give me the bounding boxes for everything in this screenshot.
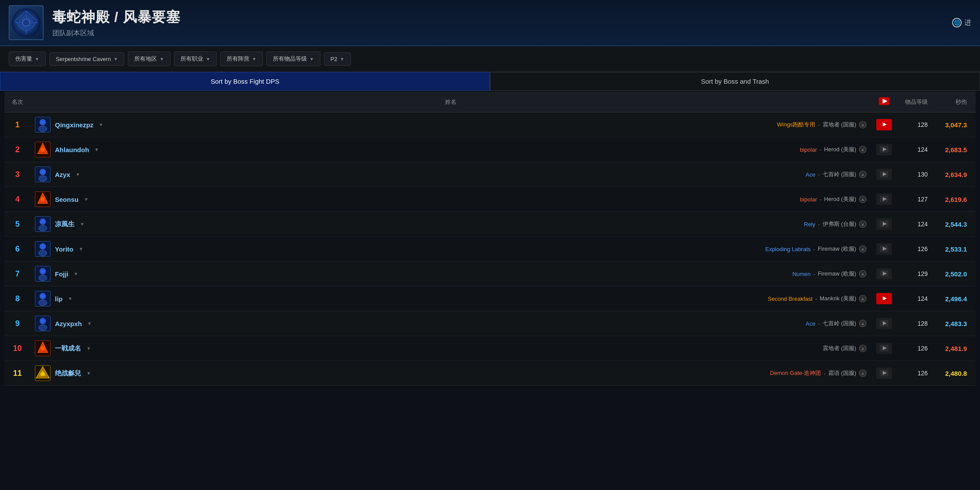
name-cell: Ahlaundoh▼bipolar - Herod (美服) ⚔ xyxy=(31,137,871,162)
table-row: 3 Azyx▼Ace - 七首岭 (国服) ⚔ 1302,634.9 xyxy=(4,162,976,187)
combat-log-icon[interactable]: ⚔ xyxy=(859,344,867,352)
player-name[interactable]: Azyxpxh xyxy=(55,320,82,327)
guild-info: Rely - 伊弗斯 (台服) ⚔ xyxy=(804,220,867,228)
svg-text:⚔: ⚔ xyxy=(861,247,864,252)
chevron-down-icon: ▼ xyxy=(206,57,210,61)
svg-text:⚔: ⚔ xyxy=(861,222,864,227)
dropdown-arrow-icon[interactable]: ▼ xyxy=(68,296,73,301)
svg-text:⚔: ⚔ xyxy=(861,297,864,301)
player-name[interactable]: Yorito xyxy=(55,245,73,253)
guild-name[interactable]: Rely xyxy=(804,221,815,228)
youtube-icon xyxy=(876,368,892,379)
guild-info: Wings跑酷专用 - 震地者 (国服) ⚔ xyxy=(777,121,867,129)
player-name[interactable]: 绝战龢兒 xyxy=(55,369,81,378)
filter-region[interactable]: 所有地区 ▼ xyxy=(128,51,170,66)
dropdown-arrow-icon[interactable]: ▼ xyxy=(75,172,80,177)
dps-cell: 2,483.3 xyxy=(932,311,976,336)
dropdown-arrow-icon[interactable]: ▼ xyxy=(87,321,92,326)
table-row: 2 Ahlaundoh▼bipolar - Herod (美服) ⚔ 1242,… xyxy=(4,137,976,162)
guild-name[interactable]: Numen xyxy=(793,271,811,277)
youtube-cell xyxy=(871,162,897,187)
player-name[interactable]: Qingxinezpz xyxy=(55,121,93,129)
dropdown-arrow-icon[interactable]: ▼ xyxy=(99,122,103,127)
filter-zone[interactable]: Serpentshrine Cavern ▼ xyxy=(49,52,124,66)
dropdown-arrow-icon[interactable]: ▼ xyxy=(84,197,88,202)
filter-damage[interactable]: 伤害量 ▼ xyxy=(9,51,46,66)
table-row: 8 lip▼Second Breakfast - Mankrik (美服) ⚔ … xyxy=(4,286,976,311)
player-name[interactable]: 一戦成名 xyxy=(55,344,81,353)
guild-name[interactable]: Ace xyxy=(806,171,815,178)
combat-log-icon[interactable]: ⚔ xyxy=(859,121,867,129)
realm-info: Firemaw (欧服) xyxy=(818,270,856,278)
youtube-icon xyxy=(876,194,892,205)
youtube-icon[interactable] xyxy=(876,293,892,304)
filter-phase[interactable]: P2 ▼ xyxy=(324,52,351,66)
combat-log-icon[interactable]: ⚔ xyxy=(859,146,867,153)
combat-log-icon[interactable]: ⚔ xyxy=(859,195,867,203)
realm-info: 震地者 (国服) xyxy=(823,344,856,352)
enter-button[interactable]: 🌐 进 xyxy=(952,18,971,27)
rank-cell: 4 xyxy=(4,187,31,212)
guild-name[interactable]: Second Breakfast xyxy=(768,296,813,302)
name-cell: Yorito▼Exploding Labrats - Firemaw (欧服) … xyxy=(31,237,871,262)
combat-log-icon[interactable]: ⚔ xyxy=(859,295,867,303)
guild-name[interactable]: Demon Gate-造神团 xyxy=(770,369,821,377)
combat-log-icon[interactable]: ⚔ xyxy=(859,270,867,278)
svg-point-44 xyxy=(39,225,47,231)
guild-name[interactable]: bipolar xyxy=(800,196,817,203)
youtube-icon xyxy=(876,144,892,155)
tab-boss-trash[interactable]: Sort by Boss and Trash xyxy=(490,72,980,91)
page-header: 毒蛇神殿 / 风暴要塞 团队副本区域 🌐 进 xyxy=(0,0,980,46)
guild-name[interactable]: bipolar xyxy=(800,146,817,153)
guild-info: Exploding Labrats - Firemaw (欧服) ⚔ xyxy=(765,245,867,253)
youtube-icon[interactable] xyxy=(876,119,892,130)
player-name[interactable]: 凉風生 xyxy=(55,220,75,228)
guild-name[interactable]: Ace xyxy=(806,320,815,327)
player-name[interactable]: Azyx xyxy=(55,171,70,178)
guild-name[interactable]: Exploding Labrats xyxy=(765,246,810,252)
dropdown-arrow-icon[interactable]: ▼ xyxy=(78,246,83,252)
guild-separator: - xyxy=(818,122,820,128)
youtube-cell xyxy=(871,137,897,162)
guild-name[interactable]: Wings跑酷专用 xyxy=(777,121,815,129)
filter-ilvl[interactable]: 所有物品等级 ▼ xyxy=(266,51,320,66)
combat-log-icon[interactable]: ⚔ xyxy=(859,245,867,253)
name-cell: 凉風生▼Rely - 伊弗斯 (台服) ⚔ xyxy=(31,212,871,237)
dropdown-arrow-icon[interactable]: ▼ xyxy=(94,147,99,152)
svg-point-2 xyxy=(23,19,30,26)
filter-class[interactable]: 所有职业 ▼ xyxy=(174,51,217,66)
table-row: 4 Seonsu▼bipolar - Herod (美服) ⚔ 1272,619… xyxy=(4,187,976,212)
avatar xyxy=(35,340,51,356)
svg-text:⚔: ⚔ xyxy=(861,371,864,376)
player-name[interactable]: Ahlaundoh xyxy=(55,146,89,153)
svg-point-60 xyxy=(39,275,47,281)
dps-cell: 3,047.3 xyxy=(932,112,976,137)
table-row: 1 Qingxinezpz▼Wings跑酷专用 - 震地者 (国服) ⚔ 128… xyxy=(4,112,976,137)
svg-text:⚔: ⚔ xyxy=(861,148,864,152)
player-name[interactable]: lip xyxy=(55,295,63,303)
dropdown-arrow-icon[interactable]: ▼ xyxy=(86,346,91,351)
dps-cell: 2,481.9 xyxy=(932,336,976,361)
ilvl-cell: 126 xyxy=(897,336,932,361)
tab-boss-dps[interactable]: Sort by Boss Fight DPS xyxy=(0,72,490,91)
combat-log-icon[interactable]: ⚔ xyxy=(859,220,867,228)
player-name[interactable]: Fojji xyxy=(55,270,68,278)
dropdown-arrow-icon[interactable]: ▼ xyxy=(74,271,78,276)
rank-cell: 9 xyxy=(4,311,31,336)
guild-info: Ace - 七首岭 (国服) ⚔ xyxy=(806,320,867,327)
dropdown-arrow-icon[interactable]: ▼ xyxy=(86,371,91,376)
ilvl-cell: 124 xyxy=(897,137,932,162)
filter-faction[interactable]: 所有阵营 ▼ xyxy=(220,51,263,66)
table-row: 7 Fojji▼Numen - Firemaw (欧服) ⚔ 1292,502.… xyxy=(4,262,976,286)
svg-text:⚔: ⚔ xyxy=(861,123,864,127)
player-name[interactable]: Seonsu xyxy=(55,196,78,203)
combat-log-icon[interactable]: ⚔ xyxy=(859,320,867,327)
combat-log-icon[interactable]: ⚔ xyxy=(859,369,867,377)
guild-info: 震地者 (国服) ⚔ xyxy=(823,344,867,352)
svg-text:⚔: ⚔ xyxy=(861,347,864,351)
rank-cell: 6 xyxy=(4,237,31,262)
dropdown-arrow-icon[interactable]: ▼ xyxy=(80,221,85,227)
chevron-down-icon: ▼ xyxy=(310,57,314,61)
combat-log-icon[interactable]: ⚔ xyxy=(859,170,867,178)
name-cell: 一戦成名▼震地者 (国服) ⚔ xyxy=(31,336,871,361)
